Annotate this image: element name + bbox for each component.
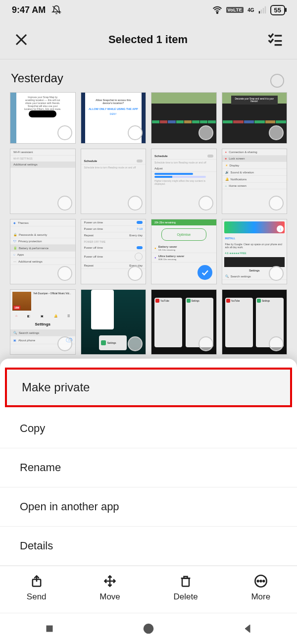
move-button[interactable]: Move <box>99 574 120 602</box>
recent-apps-icon[interactable] <box>44 623 55 635</box>
svg-rect-17 <box>47 626 52 632</box>
more-icon <box>254 574 268 588</box>
more-menu-sheet: Make private Copy Rename Open in another… <box>0 359 297 644</box>
svg-point-15 <box>260 581 261 582</box>
svg-point-1 <box>216 12 218 14</box>
thumbnail[interactable]: ↓ INSTALL Files by Google: Clean up spac… <box>222 219 288 284</box>
select-circle[interactable] <box>57 336 72 351</box>
thumbnail[interactable]: Power on time Power on time7:10 RepeatEv… <box>81 219 147 284</box>
svg-point-19 <box>146 626 151 631</box>
thumbnail[interactable]: Allow Snapchat to access this device's l… <box>81 92 147 144</box>
thumbnail[interactable]: Settings <box>81 289 147 355</box>
system-nav-bar <box>0 613 297 644</box>
close-icon[interactable] <box>14 32 29 47</box>
select-circle[interactable] <box>128 196 143 211</box>
svg-point-14 <box>257 581 259 582</box>
send-icon <box>30 574 44 588</box>
thumbnail[interactable]: Schedule Schedule time to turn Reading m… <box>81 149 147 214</box>
thumbnail[interactable]: Wi-Fi assistant WI-FI SETTINGS Additiona… <box>10 149 76 214</box>
menu-details[interactable]: Details <box>0 527 297 566</box>
signal-icon <box>258 6 266 14</box>
svg-rect-12 <box>182 578 189 586</box>
menu-make-private[interactable]: Make private <box>5 368 292 407</box>
select-circle[interactable] <box>128 125 143 140</box>
select-circle[interactable] <box>128 336 143 351</box>
delete-icon <box>179 574 193 588</box>
more-button[interactable]: More <box>251 574 270 602</box>
wifi-icon <box>212 5 222 15</box>
section-label: Yesterday <box>11 71 63 85</box>
page-title: Selected 1 item <box>108 33 188 46</box>
svg-rect-4 <box>262 8 263 13</box>
svg-rect-2 <box>258 11 259 13</box>
svg-rect-5 <box>264 6 265 13</box>
thumbnail[interactable]: YouTube Settings <box>222 289 288 355</box>
move-icon <box>103 574 117 588</box>
checkmark-icon <box>198 265 212 280</box>
volte-badge: VoLTE <box>226 7 244 13</box>
thumbnail[interactable]: ●Connection & sharing ■Lock screen ☀Disp… <box>222 149 288 214</box>
thumbnail[interactable]: 18M Yeh Dooriyan - Official Music Vid...… <box>10 289 76 355</box>
thumbnail[interactable]: ◆Themes 🔒Passwords & security 🛡Privacy p… <box>10 219 76 284</box>
thumbnail[interactable]: Schedule Schedule time to turn Reading m… <box>151 149 217 214</box>
select-circle[interactable] <box>57 196 72 211</box>
select-circle[interactable] <box>198 336 213 351</box>
svg-rect-3 <box>260 9 261 13</box>
action-bar: Send Move Delete More <box>0 566 297 613</box>
selection-header: Selected 1 item <box>0 20 297 59</box>
select-circle[interactable] <box>57 125 72 140</box>
delete-button[interactable]: Delete <box>174 574 198 602</box>
thumbnail-grid: Improve your Snap Map by enabling locati… <box>10 92 287 355</box>
menu-open-in-another-app[interactable]: Open in another app <box>0 487 297 527</box>
select-circle[interactable] <box>269 196 284 211</box>
thumbnail[interactable]: Decorate your Snap and send it to your f… <box>222 92 288 144</box>
thumbnail[interactable]: Improve your Snap Map by enabling locati… <box>10 92 76 144</box>
dnd-icon <box>51 5 61 15</box>
menu-copy[interactable]: Copy <box>0 409 297 448</box>
select-circle[interactable] <box>198 125 213 140</box>
send-button[interactable]: Send <box>27 574 47 602</box>
network-label: 4G <box>248 7 254 13</box>
thumbnail-selected[interactable]: 20h 25m remaining Optimise ●Battery save… <box>151 219 217 284</box>
status-time: 9:47 AM <box>12 5 46 15</box>
back-icon[interactable] <box>242 623 253 635</box>
select-circle[interactable] <box>269 336 284 351</box>
select-circle[interactable] <box>128 266 143 281</box>
thumbnail[interactable] <box>151 92 217 144</box>
battery-indicator: 55 <box>270 5 285 15</box>
svg-point-16 <box>263 581 264 582</box>
thumbnail[interactable]: YouTube Settings <box>151 289 217 355</box>
select-circle[interactable] <box>57 266 72 281</box>
home-icon[interactable] <box>143 623 154 635</box>
select-circle[interactable] <box>269 266 284 281</box>
menu-rename[interactable]: Rename <box>0 448 297 487</box>
gallery-body: Yesterday Improve your Snap Map by enabl… <box>0 59 297 355</box>
select-circle[interactable] <box>198 196 213 211</box>
section-select-circle[interactable] <box>270 74 284 88</box>
select-circle[interactable] <box>269 125 284 140</box>
status-bar: 9:47 AM VoLTE 4G 55 <box>0 0 297 20</box>
select-all-icon[interactable] <box>267 32 283 48</box>
